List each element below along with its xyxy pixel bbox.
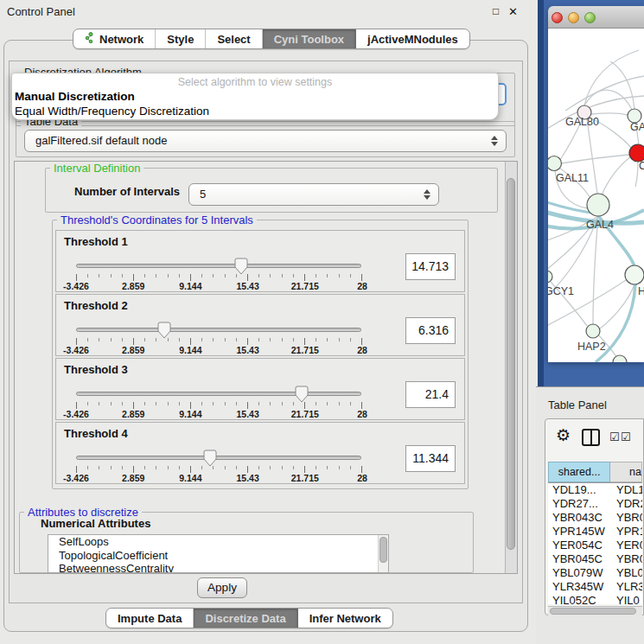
checkbox-icon[interactable]: ☑ [609,430,620,443]
attribute-list-item[interactable]: TopologicalCoefficient [48,549,388,563]
table-data-combobox[interactable]: galFiltered.sif default node [24,130,507,152]
cell-shared-name[interactable]: YPR145W [548,525,614,539]
tab-label: Select [217,33,250,46]
cell-name[interactable]: YIL0 [614,594,642,604]
cell-shared-name[interactable]: YIL052C [548,594,614,604]
minimize-traffic-light-icon[interactable] [568,12,579,23]
cell-shared-name[interactable]: YDR27... [548,497,614,511]
threshold-value-field[interactable]: 14.713 [405,253,456,280]
cell-name[interactable]: YBL0 [614,566,642,580]
cell-name[interactable]: YER0 [614,539,642,552]
table-row[interactable]: YBR045CYBR0 [548,552,642,566]
horizontal-scrollbar[interactable] [548,606,642,615]
cell-name[interactable]: YLR3 [614,580,642,594]
tick-label: 2.859 [122,409,144,419]
threshold-value-field[interactable]: 11.344 [405,445,456,472]
split-columns-icon[interactable] [582,429,600,446]
table-row[interactable]: YPR145WYPR1 [548,525,642,539]
dropdown-option-manual[interactable]: Manual Discretization [15,90,135,103]
zoom-traffic-light-icon[interactable] [584,12,596,23]
gear-icon[interactable]: ⚙ [556,425,571,445]
cell-name[interactable]: YBR0 [614,511,642,525]
cell-name[interactable]: YDL1 [614,483,642,497]
network-node-bottom[interactable] [613,355,627,362]
tab-cyni-toolbox[interactable]: Cyni Toolbox [263,29,356,48]
vertical-scrollbar-thumb[interactable] [507,178,515,550]
threshold-label: Threshold 1 [64,235,128,248]
tab-network[interactable]: Network [73,29,156,48]
table-row[interactable]: YLR345WYLR3 [548,580,642,594]
node-label: H [638,285,644,297]
network-node-h[interactable] [625,265,644,284]
number-of-intervals-combobox[interactable]: 5 [188,183,439,206]
table-row[interactable]: YBL079WYBL0 [548,566,642,580]
attributes-list-items: SelfLoopsTopologicalCoefficientBetweenne… [48,535,388,573]
column-header-name[interactable]: na [610,462,642,482]
cell-name[interactable]: YBR0 [614,552,642,566]
cell-shared-name[interactable]: YLR345W [548,580,614,594]
horizontal-scrollbar-thumb[interactable] [550,608,636,615]
table-row[interactable]: YDR27...YDR2 [548,497,642,511]
table-row[interactable]: YDL19...YDL1 [548,483,642,497]
network-node-highlighted[interactable] [629,144,644,162]
network-canvas[interactable]: GAL80 GA C GAL11 GAL4 GCY1 H HAP2 [548,29,644,362]
threshold-value-field[interactable]: 21.4 [405,381,456,408]
slider-thumb[interactable] [234,258,248,275]
node-label: GAL4 [586,219,614,231]
slider-thumb[interactable] [295,386,309,403]
network-node-gal4[interactable] [587,194,609,216]
cell-shared-name[interactable]: YBR043C [548,511,614,525]
dropdown-hint: Select algorithm to view settings [12,76,498,88]
cell-name[interactable]: YPR1 [614,525,642,539]
checkbox-icon[interactable]: ☑ [621,430,631,443]
apply-button[interactable]: Apply [197,577,247,598]
dropdown-option-equal-width[interactable]: Equal Width/Frequency Discretization [15,105,209,118]
tab-select[interactable]: Select [206,29,262,48]
tab-impute-data[interactable]: Impute Data [106,609,194,628]
thresholds-group-title: Threshold's Coordinates for 5 Intervals [57,214,257,226]
tab-style[interactable]: Style [156,29,206,48]
cell-shared-name[interactable]: YDL19... [548,483,614,497]
tab-infer-network[interactable]: Infer Network [298,609,392,628]
tick-label: 2.859 [122,473,144,483]
bottom-tab-bar: Impute Data Discretize Data Infer Networ… [105,608,393,628]
table-row[interactable]: YBR043CYBR0 [548,511,642,525]
tick-label: -3.426 [63,345,89,355]
network-node-gal11[interactable] [548,156,562,171]
tab-discretize-data[interactable]: Discretize Data [194,609,297,628]
list-scrollbar-thumb[interactable] [379,537,387,563]
list-scrollbar[interactable] [378,535,388,573]
cell-name[interactable]: YDR2 [614,497,642,511]
cell-shared-name[interactable]: YBR045C [548,552,614,566]
tick-label: -3.426 [63,409,89,419]
cell-shared-name[interactable]: YER054C [548,539,614,552]
tick-label: 28 [357,473,367,483]
cell-shared-name[interactable]: YBL079W [548,566,614,580]
table-row[interactable]: YIL052CYIL0 [548,594,642,604]
attribute-list-item[interactable]: SelfLoops [48,535,388,549]
node-label: HAP2 [577,341,606,353]
tab-jactivemnodules[interactable]: jActiveMNodules [356,29,469,48]
slider-track[interactable] [76,264,361,268]
slider-major-ticks [76,274,363,281]
network-node-hap2[interactable] [586,324,600,338]
close-traffic-light-icon[interactable] [552,12,563,23]
number-of-intervals-value: 5 [200,188,206,201]
slider-thumb[interactable] [203,450,217,467]
threshold-value-field[interactable]: 6.316 [405,317,456,344]
network-node-gcy1[interactable] [548,271,552,283]
column-header-shared-name[interactable]: shared... [548,462,610,482]
close-icon[interactable]: ✕ [508,5,518,18]
table-row[interactable]: YER054CYER0 [548,539,642,552]
float-window-icon[interactable]: □ [493,5,499,17]
slider-track[interactable] [76,456,361,460]
node-label: GA [630,121,644,133]
panel-title: Control Panel [7,5,75,18]
tick-label: 15.43 [236,345,258,355]
slider-track[interactable] [76,328,361,332]
slider-thumb[interactable] [157,322,171,339]
slider-track[interactable] [76,392,361,396]
attribute-list-item[interactable]: BetweennessCentrality [48,562,388,573]
attributes-list[interactable]: SelfLoopsTopologicalCoefficientBetweenne… [48,534,389,573]
tick-label: 21.715 [291,473,319,483]
